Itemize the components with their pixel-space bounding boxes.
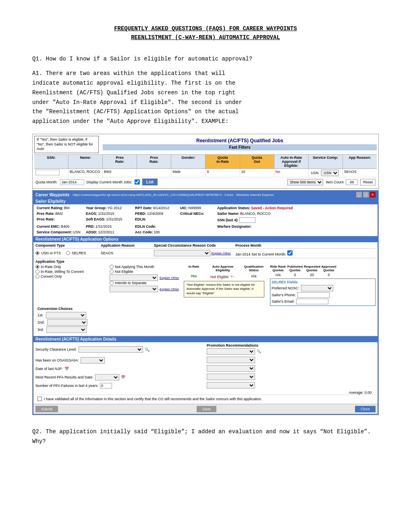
promo-rec-icon1[interactable]: 🔍 (257, 349, 261, 353)
critical-necs-field: Critical NECs: (179, 211, 215, 216)
not-eligible-radio[interactable] (110, 270, 114, 274)
auto-approve-value: Not Eligible ← (205, 273, 241, 279)
list-button[interactable]: List (142, 179, 158, 185)
promo-rec-select2[interactable] (207, 357, 255, 363)
special-circ-input: Explain Other (154, 250, 235, 256)
app-reason-value: SEAOS (101, 251, 153, 255)
promo-recs-row4 (207, 374, 376, 380)
sailor-phone-input[interactable] (297, 292, 330, 298)
adsd-field: ADSD:12/2/2011 (85, 230, 133, 235)
avg-value: 0.00 (364, 391, 372, 395)
selres-label: SELRES (72, 251, 86, 255)
sailor-phone-label: Sailor's Phone: (272, 293, 296, 297)
njp-calendar-icon[interactable]: 📅 (64, 367, 69, 371)
submit-button[interactable]: Submit (35, 406, 58, 412)
promo-rec-select5[interactable] (207, 382, 255, 389)
soft-eaos-field: Soft EAOS:1/31/2015 (85, 217, 133, 223)
details-row4: Most Recent PFA Results and Date: 📅 (35, 374, 376, 381)
explain-other-link2[interactable]: Explain Other (160, 276, 179, 280)
year-group-field: Year Group:YG 2012 (85, 206, 133, 210)
save-button[interactable]: Save (197, 406, 216, 412)
usn-fts-radio[interactable] (35, 251, 39, 255)
jobs-data-row: BLANCO, ROCCO BM2 Male 0 10 No USN USN S… (34, 169, 377, 177)
reset-button[interactable]: Reset (360, 179, 376, 185)
cw-window-controls[interactable]: _ □ ✕ (356, 192, 376, 197)
service-comp-select[interactable]: USN (321, 170, 339, 176)
not-eligible-row: Not Eligible (110, 270, 182, 274)
inrate-header: In-Rate (184, 265, 204, 272)
convert-only-label: Convert Only (41, 274, 62, 278)
eligibility-row3: Pros Rate: Soft EAOS:1/31/2015 EDLN: SSN… (35, 217, 376, 223)
osa-select[interactable] (81, 357, 105, 364)
explain-other-link1[interactable]: Explain Other (212, 251, 231, 255)
pfa-calendar-icon[interactable]: 📅 (121, 375, 125, 379)
intends-sep-radio[interactable] (110, 281, 114, 285)
set-current-label: Set to Current Month: (251, 252, 286, 256)
app-status-field: Application Status:Saved - Action Requir… (216, 206, 376, 210)
cell-pres-rate: BM2 (103, 169, 137, 177)
fast-filters-bar: Fast Filters (103, 144, 377, 150)
display-current-checkbox[interactable] (135, 179, 140, 185)
sailor-phone-row: Sailor's Phone: (272, 292, 374, 298)
promo-recs-row1: 🔍 (207, 348, 376, 355)
not-applying-radio[interactable] (110, 265, 114, 269)
promo-rec-select1[interactable] (207, 348, 255, 355)
qualified-jobs-section: If "Yes", then Sailor is eligible; if "N… (33, 134, 378, 189)
show-items-select[interactable]: Show 500 items (287, 179, 323, 185)
sec-clearance-label: Security Clearance Level: (35, 347, 77, 351)
jobs-filter-row: Quota Month: Display Current Month Jobs:… (34, 177, 377, 187)
pref-nosc-select[interactable] (301, 285, 333, 291)
inrate-auto-col: In-Rate Auto Approve Eligibility Qualifi… (184, 265, 268, 299)
inrate-willing-radio[interactable] (35, 270, 39, 274)
special-circ-select[interactable] (154, 250, 210, 256)
conv-1st-row: 1st: (37, 312, 374, 318)
conv-3rd-select[interactable] (46, 326, 87, 333)
conv-1st-select[interactable] (46, 312, 86, 318)
selres-radio[interactable] (66, 251, 70, 255)
promo-rec-select3[interactable] (207, 365, 255, 372)
col-ssn: SSN: (34, 155, 68, 168)
promo-rec-select4[interactable] (207, 374, 255, 380)
inrate-only-row: In-Rate Only (35, 265, 108, 269)
eaos-field: EAOS:1/31/2015 (85, 211, 133, 216)
sec-clearance-select[interactable] (79, 346, 143, 353)
qual-status-header: Qualification Status (242, 265, 266, 272)
sec-clearance-row: Security Clearance Level: 🔍 (35, 343, 204, 355)
jobs-screen-title: Reenlistment (AC/FTS) Qualified Jobs (103, 138, 377, 143)
col-convout-quotas: QuotaOut (240, 155, 274, 168)
pfa-failures-input[interactable] (100, 383, 112, 389)
cert-checkbox[interactable] (37, 397, 42, 401)
intends-sep-select[interactable] (110, 286, 158, 292)
col-inrate-quotas: QuotaIn-Rate (206, 155, 240, 168)
app-details-header: Reenlistment (AC/FTS) Application Detail… (33, 336, 378, 342)
item-count-label: Item Count (326, 180, 343, 184)
ssn-input[interactable] (239, 217, 255, 223)
special-circ-label: Special Circumstance Reason Code (154, 243, 235, 247)
example-screenshot: If "Yes", then Sailor is eligible; if "N… (32, 134, 379, 415)
sailor-email-row: Sailor's Email: (272, 299, 374, 304)
not-eligible-select[interactable] (110, 274, 158, 281)
inrate-only-radio[interactable] (35, 265, 39, 269)
pref-nosc-row: Preferred NOSC: (272, 285, 374, 291)
cw-titlebar: Career Waypoints https://careerwaypoints… (33, 191, 378, 198)
conv-2nd-select[interactable] (47, 319, 87, 326)
pfa-select[interactable] (95, 374, 119, 380)
app-type-label: Application Type (35, 260, 376, 264)
eligibility-row1: Current Rating:BM Year Group:YG 2012 RPT… (35, 206, 376, 210)
app-type-col1: In-Rate Only In-Rate, Willing To Convert… (35, 265, 108, 279)
app-details-section: Security Clearance Level: 🔍 Promotion Re… (33, 342, 378, 404)
eligibility-row4: Current EMC:B400 PRD:1/31/2015 EDLN Code… (35, 224, 376, 229)
sec-clearance-icon[interactable]: 🔍 (145, 347, 149, 352)
close-app-button[interactable]: Close (355, 406, 376, 412)
set-current-checkbox[interactable] (287, 250, 293, 256)
minimize-button[interactable]: _ (356, 192, 362, 197)
explain-other-link3[interactable]: Explain Other (160, 287, 179, 291)
sailor-email-input[interactable] (296, 299, 328, 304)
process-month-label: Process Month (235, 243, 376, 247)
not-applying-label: Not Applying This Month (115, 265, 154, 269)
quota-month-input[interactable] (60, 179, 84, 185)
close-window-button[interactable]: ✕ (370, 192, 376, 197)
convert-only-radio[interactable] (35, 274, 39, 278)
details-row2: Has been on OSA\GSA\IA: (35, 357, 376, 364)
maximize-button[interactable]: □ (363, 192, 369, 197)
